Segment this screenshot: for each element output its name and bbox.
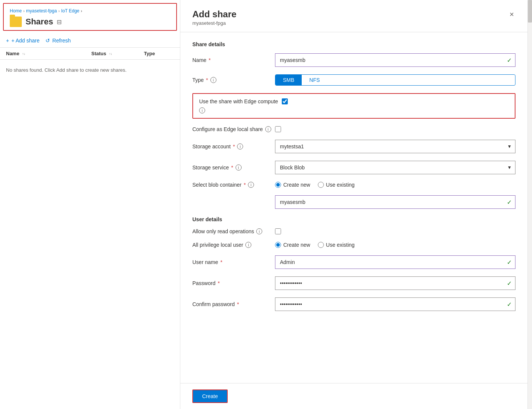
share-details-section-title: Share details (192, 41, 515, 47)
user-use-existing-radio[interactable] (318, 242, 324, 248)
edge-local-checkbox[interactable] (275, 126, 281, 132)
breadcrumb-iot-edge[interactable]: IoT Edge (61, 8, 79, 14)
password-input[interactable] (275, 276, 515, 290)
user-details-section-title: User details (192, 216, 515, 222)
edge-compute-label: Use the share with Edge compute (199, 98, 278, 104)
required-star-password: * (218, 280, 219, 286)
create-button[interactable]: Create (192, 389, 228, 403)
toolbar: + + Add share ↺ Refresh (0, 34, 180, 48)
user-create-new-radio[interactable] (275, 242, 281, 248)
blob-container-info-icon[interactable]: i (248, 182, 254, 188)
storage-service-row: Storage service * i Block Blob ▼ (192, 161, 515, 174)
edge-local-info-icon[interactable]: i (265, 126, 271, 132)
username-input[interactable] (275, 255, 515, 269)
plus-icon: + (6, 38, 9, 44)
blob-container-radio-group: Create new Use existing (275, 182, 515, 188)
breadcrumb-box: Home › myasetest-fpga › IoT Edge › Share… (3, 3, 177, 31)
panel-title: Add share (192, 9, 236, 20)
name-valid-icon: ✓ (507, 57, 512, 64)
storage-account-row: Storage account * i mytestsa1 ▼ (192, 140, 515, 153)
table-header: Name ↑↓ Status ↑↓ Type (0, 48, 180, 60)
blob-name-control: ✓ (275, 195, 515, 209)
edge-compute-checkbox[interactable] (282, 98, 288, 104)
edge-local-label: Configure as Edge local share i (192, 126, 275, 132)
col-status[interactable]: Status ↑↓ (91, 51, 144, 56)
read-ops-info-icon[interactable]: i (256, 228, 262, 234)
page-title: Shares (26, 17, 53, 27)
print-icon[interactable]: ⊟ (57, 18, 62, 26)
local-user-row: All privilege local user i Create new Us… (192, 242, 515, 248)
sort-icon-name: ↑↓ (22, 52, 25, 56)
storage-service-info-icon[interactable]: i (236, 165, 242, 171)
required-star: * (209, 57, 210, 63)
blob-create-new-radio[interactable] (275, 182, 281, 188)
user-create-new-option[interactable]: Create new (275, 242, 310, 248)
name-input[interactable] (275, 53, 515, 67)
required-star-blob: * (244, 182, 246, 188)
required-star-service: * (231, 165, 233, 171)
refresh-button[interactable]: ↺ Refresh (45, 38, 71, 44)
blob-container-row: Select blob container * i Create new Use… (192, 182, 515, 188)
local-user-info-icon[interactable]: i (245, 242, 251, 248)
type-info-icon[interactable]: i (210, 77, 216, 83)
close-button[interactable]: × (508, 9, 515, 20)
blob-use-existing-label: Use existing (326, 182, 355, 188)
smb-toggle[interactable]: SMB (275, 75, 302, 85)
panel-footer: Create (180, 383, 527, 409)
refresh-icon: ↺ (45, 38, 50, 44)
password-valid-icon: ✓ (507, 280, 512, 287)
name-label: Name * (192, 57, 275, 63)
panel-content: Share details Name * ✓ Type * i SMB NF (180, 32, 527, 383)
add-share-label: + Add share (11, 38, 39, 44)
username-valid-icon: ✓ (507, 259, 512, 266)
required-star-type: * (206, 77, 208, 83)
col-name[interactable]: Name ↑↓ (6, 51, 91, 56)
required-star-username: * (220, 259, 222, 265)
storage-service-control: Block Blob ▼ (275, 161, 515, 174)
blob-use-existing-radio[interactable] (318, 182, 324, 188)
read-ops-checkbox[interactable] (275, 228, 281, 234)
storage-account-select[interactable]: mytestsa1 (275, 140, 515, 153)
breadcrumb: Home › myasetest-fpga › IoT Edge › (10, 8, 170, 14)
storage-account-info-icon[interactable]: i (237, 143, 243, 149)
confirm-password-label: Confirm password * (192, 301, 275, 307)
user-use-existing-option[interactable]: Use existing (318, 242, 355, 248)
required-star-confirm: * (237, 301, 239, 307)
breadcrumb-home[interactable]: Home (10, 8, 22, 14)
blob-create-new-option[interactable]: Create new (275, 182, 310, 188)
edge-compute-section: Use the share with Edge compute i (192, 93, 515, 119)
nfs-toggle[interactable]: NFS (302, 75, 327, 85)
refresh-label: Refresh (52, 38, 71, 44)
type-toggle: SMB NFS (275, 74, 515, 86)
blob-name-input[interactable] (275, 195, 515, 209)
username-row: User name * ✓ (192, 255, 515, 269)
storage-account-label: Storage account * i (192, 143, 275, 149)
username-label: User name * (192, 259, 275, 265)
blob-use-existing-option[interactable]: Use existing (318, 182, 355, 188)
storage-service-label: Storage service * i (192, 165, 275, 171)
scrollbar-thumb[interactable] (528, 0, 532, 23)
panel-header: Add share myasetest-fpga × (180, 0, 527, 32)
add-share-button[interactable]: + + Add share (6, 38, 39, 44)
user-create-new-label: Create new (283, 242, 310, 248)
type-label: Type * i (192, 77, 275, 83)
blob-name-valid-icon: ✓ (507, 199, 512, 206)
sort-icon-status: ↑↓ (109, 52, 112, 56)
breadcrumb-device[interactable]: myasetest-fpga (26, 8, 57, 14)
edge-compute-info-icon[interactable]: i (199, 107, 205, 113)
folder-icon (10, 17, 22, 27)
col-type: Type (144, 51, 174, 56)
password-row: Password * ✓ (192, 276, 515, 290)
edge-compute-row: Use the share with Edge compute (199, 98, 509, 104)
blob-name-row: ✓ (192, 195, 515, 209)
storage-service-select[interactable]: Block Blob (275, 161, 515, 174)
confirm-password-row: Confirm password * ✓ (192, 297, 515, 311)
name-control: ✓ (275, 53, 515, 67)
username-control: ✓ (275, 255, 515, 269)
user-use-existing-label: Use existing (326, 242, 355, 248)
confirm-password-input[interactable] (275, 297, 515, 311)
scrollbar[interactable] (527, 0, 532, 409)
confirm-password-valid-icon: ✓ (507, 301, 512, 308)
type-field-row: Type * i SMB NFS (192, 74, 515, 86)
confirm-password-control: ✓ (275, 297, 515, 311)
